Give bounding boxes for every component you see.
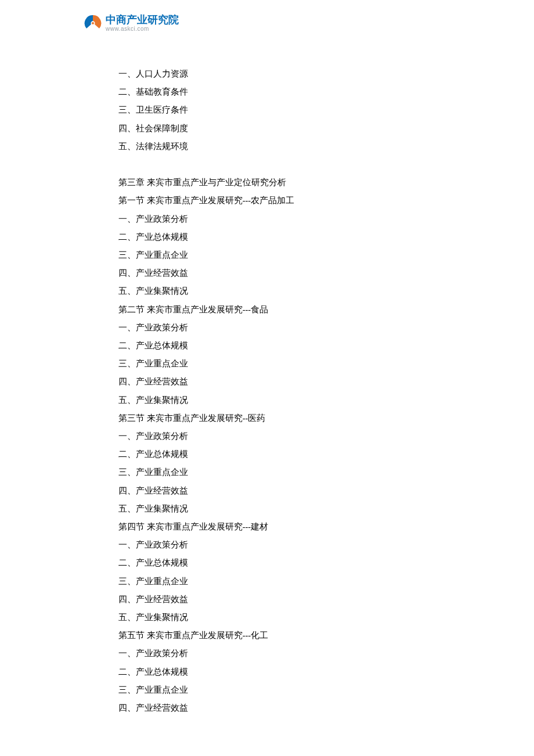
toc-line: 第四节 来宾市重点产业发展研究---建材	[118, 518, 443, 536]
toc-line: 三、产业重点企业	[118, 681, 443, 699]
toc-line: 五、法律法规环境	[118, 138, 443, 156]
toc-line: 第一节 来宾市重点产业发展研究---农产品加工	[118, 192, 443, 210]
toc-line: 一、产业政策分析	[118, 645, 443, 663]
toc-line: 二、产业总体规模	[118, 337, 443, 355]
toc-line: 四、产业经营效益	[118, 373, 443, 391]
toc-line: 二、产业总体规模	[118, 228, 443, 246]
toc-line: 一、人口人力资源	[118, 65, 443, 83]
toc-line: 二、基础教育条件	[118, 83, 443, 101]
toc-line: 第二节 来宾市重点产业发展研究---食品	[118, 301, 443, 319]
logo-icon	[84, 14, 102, 33]
toc-line: 五、产业集聚情况	[118, 609, 443, 627]
toc-line: 五、产业集聚情况	[118, 391, 443, 409]
document-content: 一、人口人力资源 二、基础教育条件 三、卫生医疗条件 四、社会保障制度 五、法律…	[118, 65, 443, 717]
header-logo: 中商产业研究院 www.askci.com	[84, 14, 179, 33]
toc-line: 三、产业重点企业	[118, 246, 443, 264]
toc-line: 四、产业经营效益	[118, 482, 443, 500]
toc-line: 五、产业集聚情况	[118, 500, 443, 518]
toc-line: 一、产业政策分析	[118, 536, 443, 554]
logo-text-cn: 中商产业研究院	[106, 15, 179, 25]
toc-line: 三、卫生医疗条件	[118, 101, 443, 119]
toc-line: 一、产业政策分析	[118, 210, 443, 228]
toc-line: 第三节 来宾市重点产业发展研究--医药	[118, 409, 443, 427]
toc-line: 三、产业重点企业	[118, 573, 443, 591]
blank-line	[118, 156, 443, 174]
toc-line: 三、产业重点企业	[118, 463, 443, 481]
toc-line: 一、产业政策分析	[118, 319, 443, 337]
toc-line: 二、产业总体规模	[118, 663, 443, 681]
toc-line: 四、产业经营效益	[118, 264, 443, 282]
toc-line: 第三章 来宾市重点产业与产业定位研究分析	[118, 174, 443, 192]
toc-line: 第五节 来宾市重点产业发展研究---化工	[118, 627, 443, 645]
toc-line: 二、产业总体规模	[118, 554, 443, 572]
toc-line: 一、产业政策分析	[118, 427, 443, 445]
logo-text: 中商产业研究院 www.askci.com	[106, 15, 179, 32]
logo-text-en: www.askci.com	[106, 26, 179, 32]
toc-line: 四、产业经营效益	[118, 699, 443, 717]
svg-point-1	[92, 22, 94, 24]
toc-line: 四、社会保障制度	[118, 120, 443, 138]
toc-line: 四、产业经营效益	[118, 591, 443, 609]
toc-line: 二、产业总体规模	[118, 445, 443, 463]
toc-line: 三、产业重点企业	[118, 355, 443, 373]
toc-line: 五、产业集聚情况	[118, 282, 443, 300]
